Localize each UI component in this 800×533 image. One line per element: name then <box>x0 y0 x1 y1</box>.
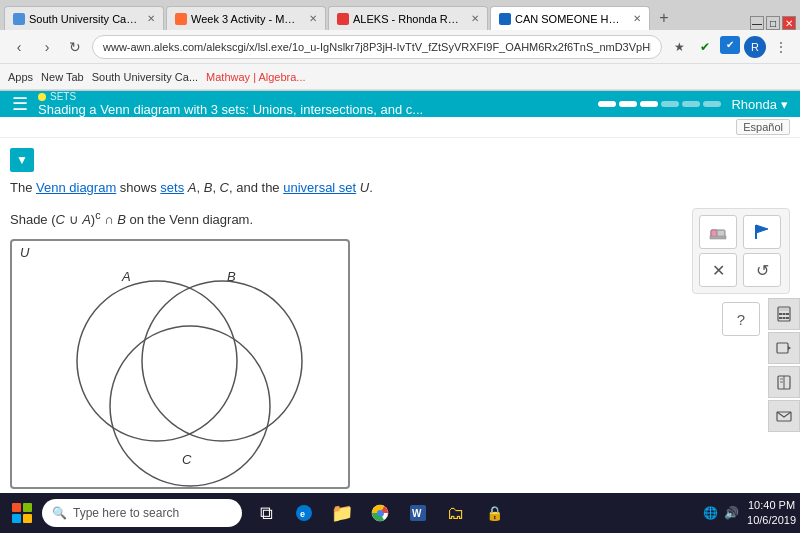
espanol-bar: Español <box>0 117 800 138</box>
espanol-button[interactable]: Español <box>736 119 790 135</box>
eraser-tool-button[interactable] <box>699 215 737 249</box>
bookmarks-bar: Apps New Tab South University Ca... Math… <box>0 64 800 90</box>
mail-icon <box>776 408 792 424</box>
bookmark-icon[interactable]: ★ <box>668 36 690 58</box>
win-sq-2 <box>23 503 32 512</box>
bookmark-mathway[interactable]: Mathway | Algebra... <box>206 71 305 83</box>
book-button[interactable] <box>768 366 800 398</box>
edge-icon: e <box>294 503 314 523</box>
mail-button[interactable] <box>768 400 800 432</box>
win-sq-3 <box>12 514 21 523</box>
eraser-icon <box>708 222 728 242</box>
help-tool-button[interactable]: ? <box>722 302 760 336</box>
tab-4[interactable]: CAN SOMEONE HELP WITH TH... ✕ <box>490 6 650 30</box>
svg-rect-16 <box>777 343 788 353</box>
prog-seg-3 <box>640 101 658 107</box>
forward-button[interactable]: › <box>36 36 58 58</box>
address-bar[interactable] <box>92 35 662 59</box>
venn-svg <box>12 241 350 489</box>
svg-rect-5 <box>710 236 726 239</box>
tab-2[interactable]: Week 3 Activity - MAT1500 Colle... ✕ <box>166 6 326 30</box>
taskbar-lock[interactable]: 🔒 <box>476 495 512 531</box>
svg-marker-17 <box>788 346 791 350</box>
taskbar: 🔍 Type here to search ⧉ e 📁 W <box>0 493 800 533</box>
volume-icon: 🔊 <box>724 506 739 520</box>
sets-label: SETS <box>50 91 76 102</box>
tab-3[interactable]: ALEKS - Rhonda Rose - Learn ✕ <box>328 6 488 30</box>
back-button[interactable]: ‹ <box>8 36 30 58</box>
text-u: U. <box>356 180 373 195</box>
tab-1[interactable]: South University Campus Comm... ✕ <box>4 6 164 30</box>
help-icon: ? <box>737 311 745 328</box>
nav-bar: ‹ › ↻ ★ ✔ ✔ R ⋮ <box>0 30 800 64</box>
tab-close-2[interactable]: ✕ <box>309 13 317 24</box>
taskbar-icons: ⧉ e 📁 W 🗂 🔒 <box>248 495 512 531</box>
reload-button[interactable]: ↻ <box>64 36 86 58</box>
link-sets[interactable]: sets <box>160 180 184 195</box>
taskbar-right: 🌐 🔊 10:40 PM 10/6/2019 <box>703 498 796 529</box>
tab-close-4[interactable]: ✕ <box>633 13 641 24</box>
tab-favicon-4 <box>499 13 511 25</box>
bookmark-apps[interactable]: Apps <box>8 71 33 83</box>
maximize-button[interactable]: □ <box>766 16 780 30</box>
taskbar-search-box[interactable]: 🔍 Type here to search <box>42 499 242 527</box>
flag-tool-button[interactable] <box>743 215 781 249</box>
svg-point-2 <box>110 326 270 486</box>
prog-seg-2 <box>619 101 637 107</box>
video-button[interactable] <box>768 332 800 364</box>
chrome-icon <box>370 503 390 523</box>
extension-icon[interactable]: ✔ <box>720 36 740 54</box>
svg-text:e: e <box>300 509 305 519</box>
taskbar-folder2[interactable]: 🗂 <box>438 495 474 531</box>
main-content: ▼ The Venn diagram shows sets A, B, C, a… <box>0 138 800 499</box>
undo-icon: ↺ <box>756 261 769 280</box>
tab-close-3[interactable]: ✕ <box>471 13 479 24</box>
taskbar-task-view[interactable]: ⧉ <box>248 495 284 531</box>
start-button[interactable] <box>4 495 40 531</box>
taskbar-search-text: Type here to search <box>73 506 179 520</box>
link-universal-set[interactable]: universal set <box>283 180 356 195</box>
dropdown-arrow[interactable]: ▼ <box>10 148 34 172</box>
new-tab-button[interactable]: + <box>652 6 676 30</box>
tool-palette: ✕ ↺ <box>692 208 790 294</box>
win-sq-4 <box>23 514 32 523</box>
minimize-button[interactable]: — <box>750 16 764 30</box>
prog-seg-4 <box>661 101 679 107</box>
text-the: The <box>10 180 36 195</box>
taskbar-edge[interactable]: e <box>286 495 322 531</box>
svg-rect-10 <box>779 313 782 315</box>
hamburger-icon[interactable]: ☰ <box>12 93 28 115</box>
close-button[interactable]: ✕ <box>782 16 796 30</box>
progress-bar <box>598 101 721 107</box>
sets-dot <box>38 93 46 101</box>
tab-close-1[interactable]: ✕ <box>147 13 155 24</box>
svg-rect-9 <box>779 308 789 311</box>
taskbar-word[interactable]: W <box>400 495 436 531</box>
taskbar-clock: 10:40 PM 10/6/2019 <box>747 498 796 529</box>
win-sq-1 <box>12 503 21 512</box>
menu-icon[interactable]: ⋮ <box>770 36 792 58</box>
undo-tool-button[interactable]: ↺ <box>743 253 781 287</box>
prog-seg-5 <box>682 101 700 107</box>
venn-diagram[interactable]: U A B C <box>10 239 350 489</box>
clear-tool-button[interactable]: ✕ <box>699 253 737 287</box>
svg-text:W: W <box>412 508 422 519</box>
aleks-app: ☰ SETS Shading a Venn diagram with 3 set… <box>0 91 800 471</box>
taskbar-chrome[interactable] <box>362 495 398 531</box>
tab-favicon-2 <box>175 13 187 25</box>
header-user[interactable]: Rhonda ▾ <box>731 97 788 112</box>
calculator-icon <box>776 306 792 322</box>
bookmark-newtab[interactable]: New Tab <box>41 71 84 83</box>
svg-point-0 <box>77 281 237 441</box>
taskbar-date-display: 10/6/2019 <box>747 513 796 528</box>
taskbar-file-explorer[interactable]: 📁 <box>324 495 360 531</box>
dropdown-chevron-icon: ▼ <box>16 153 28 167</box>
user-avatar[interactable]: R <box>744 36 766 58</box>
tab-label-4: CAN SOMEONE HELP WITH TH... <box>515 13 625 25</box>
svg-marker-7 <box>756 225 768 233</box>
calculator-button[interactable] <box>768 298 800 330</box>
link-venn-diagram[interactable]: Venn diagram <box>36 180 116 195</box>
header-title-area: SETS Shading a Venn diagram with 3 sets:… <box>38 91 588 117</box>
bookmark-southuniv[interactable]: South University Ca... <box>92 71 198 83</box>
video-icon <box>776 340 792 356</box>
